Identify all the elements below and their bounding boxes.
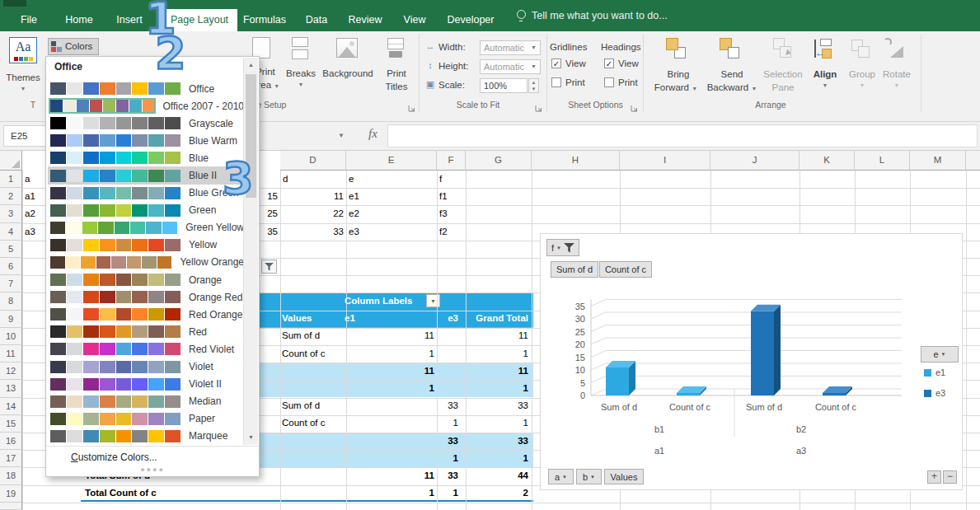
row-header-6[interactable]: 6 (0, 258, 22, 275)
theme-item-blue-green[interactable]: Blue Green (48, 185, 244, 202)
column-header-J[interactable]: J (710, 151, 799, 171)
bar-sum-of-d-e3[interactable] (751, 311, 774, 395)
pivot-value-grand-total[interactable]: 11 (469, 363, 528, 380)
theme-item-office[interactable]: Office (48, 80, 244, 97)
sheet-options-dialog-launcher[interactable] (630, 101, 639, 110)
pivot-value-e3[interactable]: 1 (399, 484, 458, 502)
column-header-partial[interactable] (966, 151, 980, 171)
pivot-value-e3[interactable]: 1 (399, 414, 458, 432)
pivot-value-grand-total[interactable]: 44 (469, 467, 528, 484)
tab-file[interactable]: File (13, 9, 45, 31)
cell-D4[interactable]: 33 (280, 223, 346, 241)
chart-value-field-button-count-of-c[interactable]: Count of c (599, 261, 652, 278)
name-box-dropdown-arrow[interactable]: ▼ (338, 132, 345, 139)
theme-item-violet-ii[interactable]: Violet II (48, 376, 244, 393)
chart-legend-field-button[interactable]: e▼ (921, 346, 959, 363)
column-header-H[interactable]: H (532, 151, 620, 171)
theme-item-orange[interactable]: Orange (48, 271, 244, 288)
cell-F1[interactable]: f (437, 171, 466, 188)
bar-count-of-c-e3[interactable] (823, 393, 846, 395)
row-header-14[interactable]: 14 (0, 398, 22, 415)
breaks-label[interactable]: Breaks (282, 68, 320, 78)
pivot-col-e3[interactable]: e3 (399, 310, 458, 327)
theme-item-violet[interactable]: Violet (48, 358, 244, 376)
width-select[interactable]: Automatic▼ (480, 40, 541, 55)
pivot-col-grand-total[interactable]: Grand Total (469, 310, 528, 327)
gridlines-print-checkbox[interactable] (551, 77, 561, 87)
cell-D2[interactable]: 11 (280, 188, 346, 205)
chart-value-field-button-sum-of-d[interactable]: Sum of d (551, 261, 598, 278)
cell-D1[interactable]: d (280, 171, 346, 188)
chart-axis-field-button-a[interactable]: a▼ (548, 469, 574, 484)
tab-data[interactable]: Data (298, 9, 335, 31)
headings-view-checkbox[interactable]: ✓ (604, 58, 614, 68)
column-header-D[interactable]: D (280, 151, 346, 171)
theme-item-blue-ii[interactable]: Blue II (48, 166, 244, 184)
theme-item-grayscale[interactable]: Grayscale (48, 115, 244, 132)
pivot-value-grand-total[interactable]: 11 (469, 327, 528, 344)
tab-view[interactable]: View (396, 9, 434, 31)
cell-E1[interactable]: e (346, 171, 437, 188)
tell-me-box[interactable]: Tell me what you want to do... (517, 0, 668, 31)
scroll-down-button[interactable]: ▼ (244, 430, 258, 445)
autofilter-button[interactable] (261, 260, 277, 274)
column-header-G[interactable]: G (466, 151, 532, 171)
row-header-18[interactable]: 18 (0, 467, 22, 484)
theme-item-office-2007-2010[interactable]: Office 2007 - 2010 (48, 97, 244, 115)
column-header-K[interactable]: K (799, 151, 855, 171)
chart-axis-field-button-b[interactable]: b▼ (576, 469, 602, 484)
headings-print-checkbox[interactable] (604, 77, 614, 87)
pivot-row-label[interactable]: Sum of d (282, 327, 320, 344)
gridlines-view-checkbox[interactable]: ✓ (551, 58, 561, 68)
pivot-column-labels[interactable]: Column Labels (345, 292, 412, 310)
tab-review[interactable]: Review (343, 9, 387, 31)
row-header-5[interactable]: 5 (0, 241, 22, 258)
pivot-value-grand-total[interactable]: 1 (469, 450, 528, 467)
column-header-F[interactable]: F (437, 151, 466, 171)
pivot-value-e3[interactable]: 1 (399, 450, 458, 467)
pivot-value-e1[interactable]: 1 (375, 345, 434, 363)
tab-home[interactable]: Home (60, 9, 98, 31)
cell-F4[interactable]: f2 (437, 223, 466, 241)
row-header-3[interactable]: 3 (0, 205, 22, 222)
colors-button[interactable]: Colors ▼ (48, 38, 99, 55)
pivot-value-e3[interactable]: 33 (399, 397, 458, 414)
row-header-2[interactable]: 2 (0, 188, 22, 205)
cell-E4[interactable]: e3 (346, 223, 437, 241)
background-label[interactable]: Background (319, 68, 377, 78)
theme-item-blue-warm[interactable]: Blue Warm (48, 132, 244, 149)
theme-item-red-violet[interactable]: Red Violet (48, 340, 244, 358)
pivot-value-e1[interactable]: 11 (375, 363, 434, 380)
tab-developer[interactable]: Developer (440, 9, 501, 31)
pivot-value-e3[interactable]: 33 (399, 433, 458, 450)
row-header-8[interactable]: 8 (0, 292, 22, 310)
chart-values-button[interactable]: Values (604, 469, 644, 484)
scale-input[interactable]: 100% (480, 78, 528, 93)
row-header-11[interactable]: 11 (0, 345, 22, 363)
row-header-partial[interactable] (0, 503, 22, 510)
column-header-L[interactable]: L (855, 151, 910, 171)
row-header-1[interactable]: 1 (0, 171, 22, 188)
legend-item-e1[interactable]: e1 (924, 367, 945, 377)
formula-input[interactable] (387, 124, 978, 147)
pivot-value-grand-total[interactable]: 1 (469, 380, 528, 397)
theme-item-red[interactable]: Red (48, 323, 244, 340)
pivot-chart[interactable]: 05101520253035Sum of dCount of cSum of d… (540, 233, 963, 490)
pivot-value-e1[interactable]: 11 (375, 327, 434, 344)
theme-item-paper[interactable]: Paper (48, 410, 244, 428)
pivot-row-label[interactable]: Count of c (282, 414, 325, 432)
pivot-value-grand-total[interactable]: 1 (469, 345, 528, 363)
cell-E2[interactable]: e1 (346, 188, 437, 205)
theme-item-yellow[interactable]: Yellow (48, 236, 244, 254)
theme-item-orange-red[interactable]: Orange Red (48, 288, 244, 306)
print-titles-label-2[interactable]: Titles (377, 82, 416, 91)
theme-item-marquee[interactable]: Marquee (48, 428, 244, 445)
pivot-row-label[interactable]: Total Count of c (85, 484, 157, 502)
theme-item-median[interactable]: Median (48, 393, 244, 410)
pivot-value-e1[interactable]: 1 (375, 380, 434, 397)
pivot-value-grand-total[interactable]: 33 (469, 397, 528, 414)
chart-zoom-in-button[interactable]: + (927, 470, 941, 484)
column-header-M[interactable]: M (910, 151, 966, 171)
cell-F3[interactable]: f3 (437, 205, 466, 222)
column-header-E[interactable]: E (346, 151, 437, 171)
